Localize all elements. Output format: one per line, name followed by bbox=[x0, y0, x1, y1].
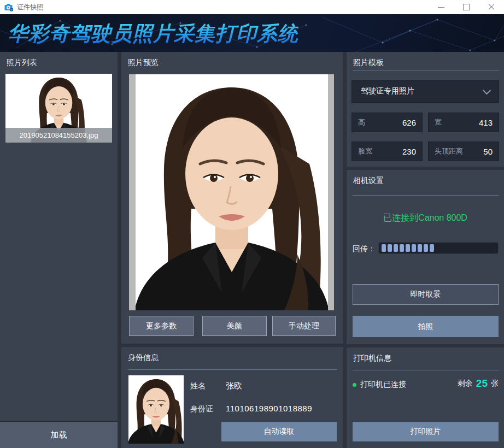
transfer-label: 回传： bbox=[353, 244, 376, 254]
minimize-button[interactable] bbox=[429, 0, 454, 14]
template-divider bbox=[353, 70, 499, 70]
load-button[interactable]: 加载 bbox=[0, 421, 118, 448]
head-margin-field[interactable]: 头顶距离 50 bbox=[428, 142, 499, 161]
maximize-button[interactable] bbox=[454, 0, 479, 14]
face-width-label: 脸宽 bbox=[358, 146, 372, 156]
printer-status-text: 打印机已连接 bbox=[360, 380, 406, 390]
more-params-button[interactable]: 更多参数 bbox=[129, 316, 194, 336]
camera-title: 相机设置 bbox=[353, 176, 384, 186]
preview-portrait bbox=[136, 74, 328, 310]
window-controls bbox=[429, 0, 504, 14]
remaining-sheets: 剩余 25 张 bbox=[458, 378, 499, 390]
camera-status-text: 已连接到Canon 800D bbox=[347, 213, 504, 224]
height-label: 高 bbox=[358, 117, 365, 127]
close-button[interactable] bbox=[479, 0, 504, 14]
face-width-value: 230 bbox=[402, 147, 416, 156]
template-select[interactable]: 驾驶证专用照片 bbox=[351, 80, 499, 103]
printer-info-panel: 打印机信息 打印机已连接 剩余 25 张 打印照片 bbox=[347, 347, 504, 448]
title-bar: 证件快照 bbox=[0, 0, 504, 14]
camera-divider bbox=[353, 195, 499, 196]
width-value: 413 bbox=[479, 118, 493, 127]
preview-area bbox=[129, 74, 334, 310]
height-field[interactable]: 高 626 bbox=[351, 113, 423, 132]
identity-panel: 身份信息 姓名 张欧 身份证 110106198901018889 自动读取 bbox=[121, 347, 343, 448]
app-banner: 华彩奇驾驶员照片采集打印系统 bbox=[0, 14, 504, 52]
camera-settings-panel: 相机设置 已连接到Canon 800D 回传： 即时取景 拍照 bbox=[347, 170, 504, 344]
photo-preview-panel: 照片预览 更多参数 美颜 手动处理 bbox=[121, 52, 343, 344]
remaining-count: 25 bbox=[476, 378, 488, 390]
beauty-button[interactable]: 美颜 bbox=[202, 316, 267, 336]
minimize-icon bbox=[438, 7, 444, 8]
printer-connected-dot-icon bbox=[353, 383, 356, 387]
width-field[interactable]: 宽 413 bbox=[428, 113, 499, 132]
face-width-field[interactable]: 脸宽 230 bbox=[351, 142, 423, 161]
preview-title: 照片预览 bbox=[128, 58, 159, 68]
transfer-progress bbox=[378, 242, 499, 254]
photo-list-panel: 照片列表 20190521084155203.jpg 加载 bbox=[0, 52, 118, 448]
id-number-value: 110106198901018889 bbox=[226, 404, 312, 413]
identity-photo bbox=[128, 375, 184, 444]
identity-divider bbox=[128, 369, 337, 370]
thumbnail-filename: 20190521084155203.jpg bbox=[5, 128, 112, 143]
remaining-suffix: 张 bbox=[491, 379, 499, 388]
photo-template-panel: 照片模板 驾驶证专用照片 高 626 宽 413 脸宽 230 头顶距离 50 bbox=[347, 52, 504, 167]
app-title: 华彩奇驾驶员照片采集打印系统 bbox=[8, 20, 298, 48]
window-title: 证件快照 bbox=[17, 3, 43, 12]
name-value: 张欧 bbox=[226, 381, 242, 391]
template-selected-value: 驾驶证专用照片 bbox=[361, 86, 414, 96]
live-view-button[interactable]: 即时取景 bbox=[353, 284, 499, 305]
print-photo-button[interactable]: 打印照片 bbox=[353, 422, 499, 441]
name-label: 姓名 bbox=[190, 381, 206, 391]
id-number-label: 身份证 bbox=[190, 404, 213, 414]
photo-list-title: 照片列表 bbox=[7, 58, 37, 68]
close-icon bbox=[488, 4, 495, 10]
height-value: 626 bbox=[402, 118, 416, 127]
identity-portrait bbox=[128, 375, 184, 444]
chevron-down-icon bbox=[483, 86, 491, 95]
photo-list-item[interactable]: 20190521084155203.jpg bbox=[5, 74, 112, 143]
capture-button[interactable]: 拍照 bbox=[353, 316, 499, 337]
app-icon bbox=[4, 3, 14, 11]
template-title: 照片模板 bbox=[353, 58, 384, 68]
width-label: 宽 bbox=[435, 117, 442, 127]
maximize-icon bbox=[463, 4, 470, 10]
remaining-prefix: 剩余 bbox=[458, 379, 473, 388]
manual-process-button[interactable]: 手动处理 bbox=[272, 316, 336, 336]
head-margin-label: 头顶距离 bbox=[435, 146, 463, 156]
auto-read-button[interactable]: 自动读取 bbox=[221, 422, 337, 441]
preview-photo bbox=[136, 74, 328, 310]
printer-divider bbox=[353, 370, 499, 370]
printer-title: 打印机信息 bbox=[353, 353, 391, 363]
head-margin-value: 50 bbox=[483, 147, 493, 156]
identity-title: 身份信息 bbox=[128, 353, 159, 363]
